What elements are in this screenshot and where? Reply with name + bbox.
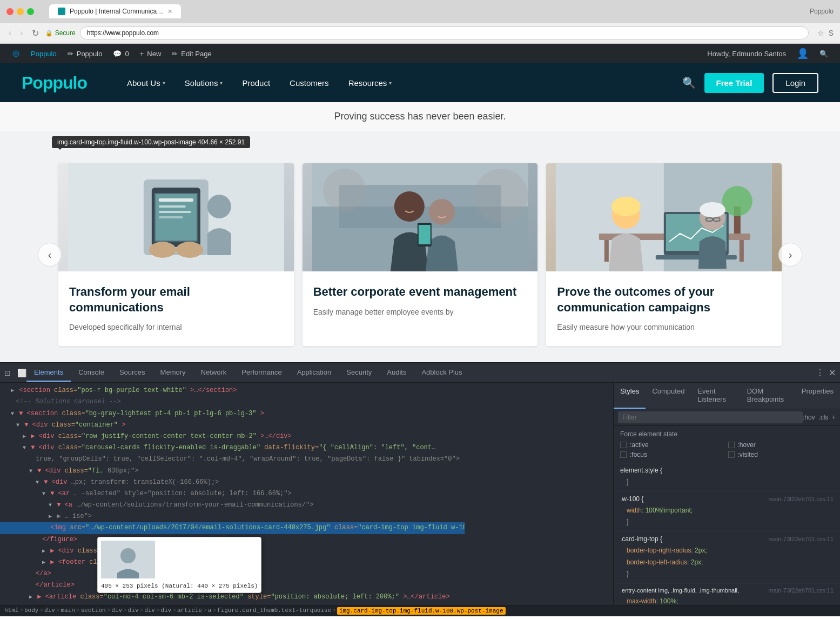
dom-line[interactable]: ▶ <div class="row justify-content-center… [0, 431, 613, 442]
css-source-w100[interactable]: main-73f22eb701.css:11 [769, 496, 834, 502]
fullscreen-window-button[interactable] [27, 8, 34, 15]
triangle-icon[interactable] [11, 410, 14, 418]
bc-selected-img[interactable]: img.card-img-top.img-fluid.w-100.wp-post… [337, 607, 506, 615]
wp-site-name[interactable]: Poppulo [25, 44, 62, 63]
force-active-checkbox[interactable] [620, 442, 627, 448]
nav-product[interactable]: Product [234, 74, 278, 92]
styles-filter-input[interactable] [618, 411, 803, 423]
tab-elements[interactable]: Elements [26, 364, 71, 382]
triangle-icon[interactable] [23, 444, 26, 452]
dom-line[interactable]: ▶ <footer class="card-footer pos-r" >…</… [0, 557, 613, 568]
dom-line[interactable]: </article> [0, 580, 613, 591]
nav-solutions[interactable]: Solutions ▾ [177, 74, 231, 92]
wp-new-item[interactable]: + New [135, 44, 167, 63]
bc-body[interactable]: body [24, 607, 38, 615]
wp-edit-page-item[interactable]: ✏ Edit Page [166, 44, 217, 63]
dom-line[interactable]: ▶ <article class="col-md-4 col-sm-6 mb-2… [0, 591, 613, 603]
tab-console[interactable]: Console [71, 364, 112, 382]
tab-performance[interactable]: Performance [234, 364, 289, 382]
dom-line[interactable]: ▼ <ar … -selected" style="position: abso… [0, 488, 613, 500]
dom-line[interactable]: <!-- Solutions carousel --> [0, 396, 613, 408]
styles-tab-computed[interactable]: Computed [646, 383, 691, 409]
carousel-prev-button[interactable]: ‹ [38, 243, 62, 267]
bc-section[interactable]: section [80, 607, 105, 615]
triangle-icon[interactable] [23, 432, 26, 441]
bc-div5[interactable]: div [161, 607, 172, 615]
close-window-button[interactable] [6, 8, 14, 15]
admin-avatar[interactable]: 👤 [791, 44, 814, 63]
dom-line[interactable]: ▼ <div class="carousel-cards flickity-en… [0, 442, 443, 454]
dom-line[interactable]: ▶ … ise"> [0, 511, 613, 522]
triangle-icon[interactable] [42, 558, 45, 567]
tab-network[interactable]: Network [193, 364, 234, 382]
bc-a[interactable]: a [208, 607, 212, 615]
triangle-icon[interactable] [29, 593, 32, 602]
styles-tab-dom-breakpoints[interactable]: DOM Breakpoints [741, 383, 795, 409]
free-trial-button[interactable]: Free Trial [704, 73, 764, 93]
devtools-close-button[interactable]: ✕ [829, 368, 836, 378]
url-input[interactable]: https://www.poppulo.com [80, 26, 809, 39]
css-source-card-img[interactable]: main-73f22eb701.css:11 [769, 536, 834, 542]
dom-line[interactable]: ▼ <div class="fl… 638px;"> [0, 465, 613, 477]
devtools-dock-bottom-icon[interactable]: ⬜ [17, 369, 26, 377]
styles-tab-styles[interactable]: Styles [614, 383, 646, 409]
dom-line[interactable]: ▼ <div class="container" > [0, 420, 613, 431]
nav-customers[interactable]: Customers [282, 74, 337, 92]
triangle-icon[interactable] [29, 604, 32, 605]
reload-button[interactable]: ↻ [30, 27, 41, 39]
nav-about-us[interactable]: About Us ▾ [119, 74, 173, 92]
css-source-img-fluid[interactable]: main-73f22eb701.css:11 [769, 587, 834, 594]
triangle-icon[interactable] [42, 490, 45, 498]
triangle-icon[interactable] [42, 547, 45, 556]
site-logo[interactable]: Poppulo [22, 73, 87, 93]
bc-div2[interactable]: div [111, 607, 122, 615]
tab-memory[interactable]: Memory [153, 364, 193, 382]
bc-div[interactable]: div [44, 607, 55, 615]
minimize-window-button[interactable] [17, 8, 24, 15]
dom-line[interactable]: true, "groupCells": true, "cellSelector"… [0, 454, 613, 465]
styles-tab-properties[interactable]: Properties [795, 383, 840, 409]
dom-line[interactable]: ▶ <article class="col-md-4 col-sm-6 mb-2… [0, 603, 613, 605]
triangle-icon[interactable] [36, 478, 39, 487]
triangle-icon[interactable] [49, 512, 52, 521]
tab-adblock[interactable]: Adblock Plus [414, 364, 469, 382]
forward-button[interactable]: › [18, 27, 25, 39]
devtools-undock-icon[interactable]: ⊡ [4, 369, 11, 377]
dom-line[interactable]: ▼ <a …/wp-content/solutions/transform-yo… [0, 500, 613, 511]
triangle-icon[interactable] [29, 467, 32, 476]
force-visited-checkbox[interactable] [728, 451, 735, 458]
triangle-icon[interactable] [16, 421, 19, 430]
tab-application[interactable]: Application [290, 364, 339, 382]
bc-main[interactable]: main [61, 607, 75, 615]
bc-div3[interactable]: div [128, 607, 139, 615]
search-button[interactable]: 🔍 [682, 76, 696, 89]
extensions-icon[interactable]: S [829, 29, 834, 37]
triangle-icon[interactable] [49, 501, 52, 510]
tab-audits[interactable]: Audits [379, 364, 414, 382]
dom-line[interactable]: <section class="pos-r bg-purple text-whi… [0, 385, 613, 396]
wp-customize-item[interactable]: ✏ Poppulo [62, 44, 108, 63]
filter-pseudo-button[interactable]: :hov .cls + [803, 414, 836, 421]
admin-search-icon[interactable]: 🔍 [814, 44, 834, 63]
bc-figure[interactable]: figure.card_thumb.text-turquoise [217, 607, 331, 615]
tab-sources[interactable]: Sources [112, 364, 153, 382]
login-button[interactable]: Login [772, 73, 818, 93]
wp-logo-item[interactable]: ⊕ [6, 44, 25, 63]
force-hover-checkbox[interactable] [728, 442, 735, 448]
bc-article[interactable]: article [177, 607, 202, 615]
dom-line[interactable]: ▼ <section class="bg-gray-lightest pt-4 … [0, 408, 613, 420]
bookmark-icon[interactable]: ☆ [817, 29, 824, 37]
tab-close-button[interactable]: ✕ [167, 8, 172, 15]
devtools-more-button[interactable]: ⋮ [816, 368, 824, 378]
dom-line[interactable]: ▼ <div …px; transform: translateX(-166.6… [0, 477, 613, 488]
dom-line[interactable]: ▶ <div class="card-block text-gray-dark"… [0, 545, 613, 557]
bc-div4[interactable]: div [144, 607, 155, 615]
wp-comments-item[interactable]: 💬 0 [107, 44, 134, 63]
back-button[interactable]: ‹ [6, 27, 14, 39]
dom-line[interactable]: </a> [0, 568, 613, 580]
styles-tab-event-listeners[interactable]: Event Listeners [691, 383, 740, 409]
force-focus-checkbox[interactable] [620, 451, 627, 458]
nav-resources[interactable]: Resources ▾ [341, 74, 400, 92]
dom-selected-line[interactable]: <img src="…/wp-content/uploads/2017/04/e… [0, 522, 465, 534]
triangle-icon[interactable] [11, 387, 14, 395]
